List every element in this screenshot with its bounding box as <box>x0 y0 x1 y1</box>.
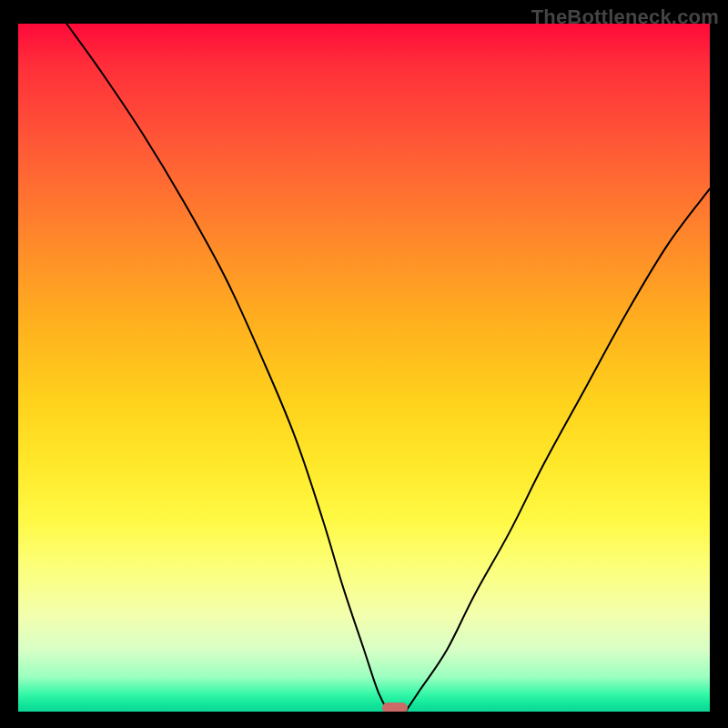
curve-left-branch <box>66 24 388 712</box>
valley-marker <box>382 703 408 712</box>
plot-area <box>18 24 710 712</box>
watermark-text: TheBottleneck.com <box>531 5 719 29</box>
curve-right-branch <box>406 188 710 712</box>
bottleneck-curve <box>18 24 710 712</box>
chart-frame: TheBottleneck.com <box>0 0 728 728</box>
